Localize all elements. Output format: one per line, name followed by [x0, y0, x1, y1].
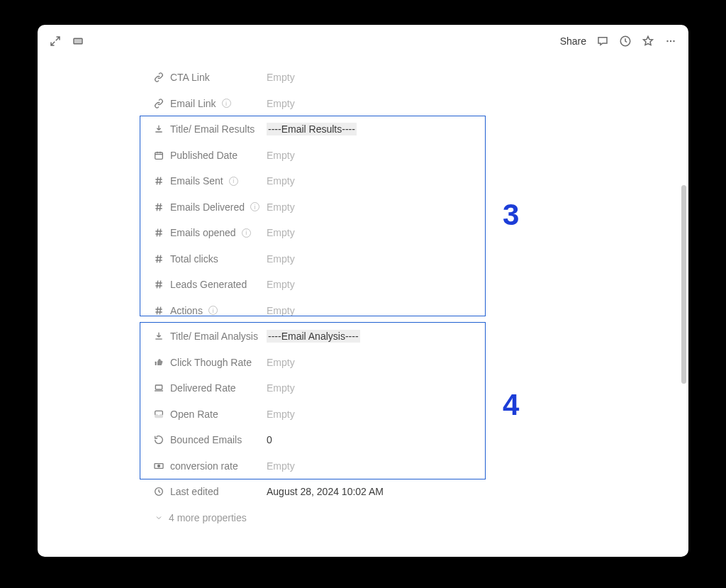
info-icon[interactable]: i [208, 306, 218, 315]
svg-rect-7 [155, 361, 157, 365]
property-value[interactable]: Empty [267, 460, 295, 472]
comment-icon[interactable] [596, 35, 609, 48]
property-key: Total clicks [153, 253, 267, 265]
property-label: Click Though Rate [170, 357, 252, 368]
info-icon[interactable]: i [250, 202, 259, 211]
property-label: Total clicks [170, 253, 218, 265]
hash-icon [153, 175, 164, 187]
property-label: Last edited [170, 486, 219, 497]
more-properties-toggle[interactable]: 4 more properties [153, 512, 688, 523]
property-key: conversion rate [153, 460, 267, 472]
property-value[interactable]: Empty [267, 409, 295, 420]
more-icon[interactable] [664, 35, 677, 48]
titlebar-left [49, 35, 84, 48]
property-key: CTA Link [153, 72, 267, 83]
property-row[interactable]: Title/ Email Results----Email Results---… [153, 116, 688, 143]
property-row[interactable]: ActionsiEmpty [153, 298, 688, 324]
rotate-icon [153, 434, 164, 445]
property-value[interactable]: Empty [267, 150, 295, 161]
link-icon [153, 98, 164, 109]
property-key: Bounced Emails [153, 434, 267, 445]
property-label: Title/ Email Analysis [170, 331, 258, 342]
star-icon[interactable] [642, 35, 654, 48]
property-row[interactable]: Open RateEmpty [153, 401, 688, 428]
titlebar-right: Share [560, 35, 677, 48]
scrollbar-thumb[interactable] [681, 185, 686, 384]
peek-icon[interactable] [72, 35, 84, 48]
download-icon [153, 123, 164, 135]
property-label: Title/ Email Results [170, 123, 255, 135]
clock-icon [153, 486, 164, 497]
property-row[interactable]: Delivered RateEmpty [153, 375, 688, 401]
property-value[interactable]: ----Email Results---- [267, 123, 357, 135]
property-label: Email Link [170, 98, 216, 109]
property-key: Click Though Rate [153, 357, 267, 368]
hash-icon [153, 305, 164, 316]
property-row[interactable]: Emails SentiEmpty [153, 168, 688, 194]
annotation-label-3: 3 [503, 198, 519, 232]
property-key: Emails openedi [153, 227, 267, 238]
property-value[interactable]: Empty [267, 253, 295, 265]
svg-rect-1 [75, 40, 82, 43]
annotation-label-4: 4 [503, 388, 519, 422]
property-label: Open Rate [170, 409, 218, 420]
property-value[interactable]: Empty [267, 305, 295, 316]
info-icon[interactable]: i [242, 228, 251, 238]
property-row[interactable]: Leads GeneratedEmpty [153, 272, 688, 298]
property-key: Email Linki [153, 98, 267, 109]
link-icon [153, 72, 164, 83]
property-value[interactable]: Empty [267, 201, 295, 213]
hash-icon [153, 201, 164, 213]
property-key: Leads Generated [153, 279, 267, 290]
property-label: Emails Delivered [170, 201, 245, 213]
hash-icon [153, 227, 164, 238]
property-label: Emails Sent [170, 175, 223, 187]
property-key: Published Date [153, 150, 267, 161]
property-row[interactable]: Title/ Email Analysis----Email Analysis-… [153, 323, 688, 350]
property-value[interactable]: Empty [267, 72, 295, 83]
property-value[interactable]: Empty [267, 279, 295, 290]
property-key: Emails Senti [153, 175, 267, 187]
property-value[interactable]: ----Email Analysis---- [267, 330, 360, 343]
property-key: Open Rate [153, 409, 267, 420]
more-properties-label: 4 more properties [169, 512, 247, 523]
property-key: Last edited [153, 486, 267, 497]
inbox-icon [153, 409, 164, 420]
property-label: Emails opened [170, 227, 236, 238]
property-row[interactable]: Emails openediEmpty [153, 220, 688, 246]
titlebar: Share [38, 25, 688, 57]
info-icon[interactable]: i [229, 177, 238, 186]
svg-point-4 [670, 40, 671, 42]
property-row[interactable]: Email LinkiEmpty [153, 91, 688, 117]
property-row[interactable]: Emails DeliverediEmpty [153, 194, 688, 221]
property-value[interactable]: Empty [267, 175, 295, 187]
property-value[interactable]: Empty [267, 227, 295, 238]
property-key: Title/ Email Results [153, 123, 267, 135]
property-value[interactable]: Empty [267, 382, 295, 394]
property-list: CTA LinkEmptyEmail LinkiEmptyTitle/ Emai… [38, 57, 688, 523]
expand-icon[interactable] [49, 35, 62, 48]
share-button[interactable]: Share [560, 35, 586, 47]
history-icon[interactable] [619, 35, 632, 48]
property-label: CTA Link [170, 72, 210, 83]
property-row[interactable]: Bounced Emails0 [153, 427, 688, 453]
svg-point-3 [666, 40, 668, 42]
property-value[interactable]: Empty [267, 357, 295, 368]
property-value[interactable]: 0 [267, 434, 272, 445]
property-row[interactable]: CTA LinkEmpty [153, 65, 688, 91]
property-label: Bounced Emails [170, 434, 242, 445]
property-row[interactable]: Total clicksEmpty [153, 246, 688, 272]
property-row[interactable]: Published DateEmpty [153, 143, 688, 169]
chevron-down-icon [155, 514, 163, 522]
property-row[interactable]: Click Though RateEmpty [153, 350, 688, 376]
svg-point-5 [673, 40, 674, 42]
info-icon[interactable]: i [222, 99, 231, 108]
property-value[interactable]: August 28, 2024 10:02 AM [267, 486, 384, 497]
property-key: Emails Deliveredi [153, 201, 267, 213]
money-icon [153, 460, 164, 472]
property-key: Delivered Rate [153, 382, 267, 394]
hash-icon [153, 253, 164, 265]
property-value[interactable]: Empty [267, 98, 295, 109]
property-row[interactable]: conversion rateEmpty [153, 453, 688, 479]
property-row[interactable]: Last editedAugust 28, 2024 10:02 AM [153, 479, 688, 505]
